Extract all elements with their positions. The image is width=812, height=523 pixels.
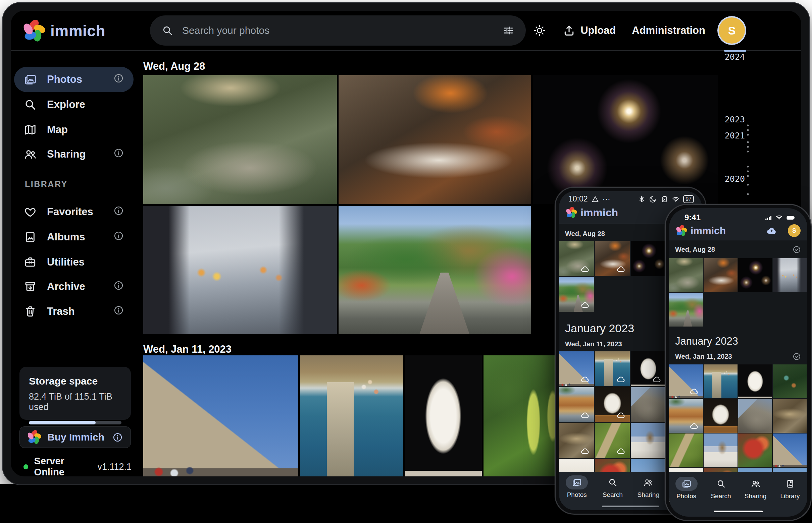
heart-icon <box>23 205 37 219</box>
photo-sculpt[interactable] <box>704 399 738 433</box>
photo-fortress[interactable] <box>773 433 807 467</box>
photo-bust[interactable] <box>631 351 666 386</box>
photo-fireworks[interactable] <box>738 258 772 292</box>
app-logo[interactable]: immich <box>23 18 105 43</box>
photo-fireworks[interactable] <box>631 241 666 276</box>
info-icon[interactable] <box>113 280 124 294</box>
photo-fireworks[interactable] <box>533 75 718 204</box>
photo-lizard1[interactable] <box>559 423 594 458</box>
photo-hands[interactable] <box>773 258 807 292</box>
check-circle-icon[interactable] <box>792 352 801 361</box>
tune-filter-icon[interactable] <box>502 24 514 37</box>
sidebar-item-label: Archive <box>47 281 85 293</box>
sidebar-item-archive[interactable]: Archive <box>14 274 134 300</box>
search-icon <box>716 479 726 489</box>
cloud-sync-icon <box>616 375 627 384</box>
info-icon[interactable] <box>113 147 124 161</box>
sidebar-item-label: Utilities <box>47 256 85 268</box>
theme-toggle-button[interactable] <box>533 24 546 37</box>
search-input[interactable] <box>182 25 494 36</box>
administration-button[interactable]: Administration <box>632 24 705 37</box>
photo-lizard2[interactable] <box>595 423 630 458</box>
more-notifications-icon: ··· <box>603 195 610 203</box>
info-icon[interactable] <box>113 305 124 319</box>
sidebar-item-label: Trash <box>47 305 75 318</box>
nav-search[interactable]: Search <box>595 475 631 510</box>
photo-coast[interactable] <box>595 351 630 386</box>
sidebar-item-favorites[interactable]: Favorites <box>14 199 134 224</box>
server-status-row: Server Online v1.112.1 <box>23 456 132 476</box>
nav-library[interactable]: Library <box>773 477 807 517</box>
home-indicator[interactable] <box>602 506 659 507</box>
mobile-bottom-nav: Photos Search Sharing Library <box>669 472 807 517</box>
timeline-year-2020[interactable]: 2020 <box>711 174 745 184</box>
photo-grapes[interactable] <box>484 355 564 476</box>
photo-road[interactable] <box>339 206 531 334</box>
photo-wall[interactable] <box>738 399 772 433</box>
photo-bust[interactable] <box>738 364 772 398</box>
info-icon[interactable] <box>113 230 124 244</box>
photo-sculpt[interactable] <box>595 387 630 422</box>
immich-mobile-app-ios: 9:41 immich S Wed, Aug 28 Jan <box>669 208 807 517</box>
nav-photos[interactable]: Photos <box>669 477 704 517</box>
photo-table[interactable] <box>595 241 630 276</box>
nav-label: Sharing <box>745 492 767 500</box>
photo-hands[interactable] <box>143 206 337 334</box>
nav-label: Search <box>603 491 623 499</box>
cloud-sync-icon[interactable] <box>764 225 779 236</box>
timeline-year-2023[interactable]: 2023 <box>711 115 745 124</box>
sidebar-item-trash[interactable]: Trash <box>14 299 134 324</box>
photo-fortress[interactable] <box>143 355 298 476</box>
cloud-sync-icon <box>580 301 591 309</box>
photo-wall[interactable] <box>631 387 666 422</box>
nav-sharing[interactable]: Sharing <box>630 475 667 510</box>
photo-fortress[interactable] <box>559 351 594 386</box>
photo-lizard2[interactable] <box>669 433 703 467</box>
buy-immich-button[interactable]: Buy Immich <box>19 427 131 448</box>
photo-bust[interactable] <box>405 355 482 476</box>
photo-church[interactable] <box>704 433 738 467</box>
sidebar-item-sharing[interactable]: Sharing <box>14 142 134 167</box>
photo-monkeys[interactable] <box>669 258 703 292</box>
photo-pom[interactable] <box>738 433 772 467</box>
photo-monkeys[interactable] <box>559 241 594 276</box>
timeline-year-2021[interactable]: 2021 <box>711 131 745 141</box>
photo-beach[interactable] <box>669 399 703 433</box>
info-icon[interactable] <box>112 432 123 443</box>
photo-road[interactable] <box>559 277 594 312</box>
photo-coast[interactable] <box>704 364 738 398</box>
search-icon <box>161 24 173 37</box>
storage-space-card: Storage space 82.4 TiB of 115.1 TiB used <box>19 367 131 420</box>
photo-church[interactable] <box>631 423 666 458</box>
upload-button[interactable]: Upload <box>563 24 616 37</box>
photo-coast[interactable] <box>300 355 403 476</box>
photo-road[interactable] <box>669 293 703 327</box>
photo-table[interactable] <box>704 258 738 292</box>
photo-table[interactable] <box>339 75 531 204</box>
nav-label: Sharing <box>638 491 660 499</box>
photo-lizard1[interactable] <box>773 399 807 433</box>
cloud-sync-icon <box>580 411 591 420</box>
nav-photos[interactable]: Photos <box>559 475 595 510</box>
sidebar-item-map[interactable]: Map <box>14 117 134 143</box>
user-avatar[interactable]: S <box>719 17 745 43</box>
timeline-dots <box>747 182 749 188</box>
check-circle-icon[interactable] <box>792 245 801 254</box>
sidebar-item-explore[interactable]: Explore <box>14 92 134 118</box>
sidebar-item-utilities[interactable]: Utilities <box>14 249 134 275</box>
photo-monkeys[interactable] <box>143 75 337 204</box>
photo-fortress[interactable] <box>669 364 703 398</box>
search-bar[interactable] <box>150 15 526 46</box>
timeline-position-indicator[interactable] <box>724 50 746 52</box>
photo-xmas[interactable] <box>773 364 807 398</box>
server-version: v1.112.1 <box>97 462 132 472</box>
sidebar-item-albums[interactable]: Albums <box>14 224 134 250</box>
info-icon[interactable] <box>113 73 124 87</box>
sidebar-item-photos[interactable]: Photos <box>14 67 134 92</box>
user-avatar[interactable]: S <box>788 224 800 237</box>
timeline-year-2024[interactable]: 2024 <box>711 52 745 62</box>
timeline-dots <box>747 140 749 155</box>
info-icon[interactable] <box>113 205 124 219</box>
photo-beach[interactable] <box>559 387 594 422</box>
home-indicator[interactable] <box>714 510 763 512</box>
